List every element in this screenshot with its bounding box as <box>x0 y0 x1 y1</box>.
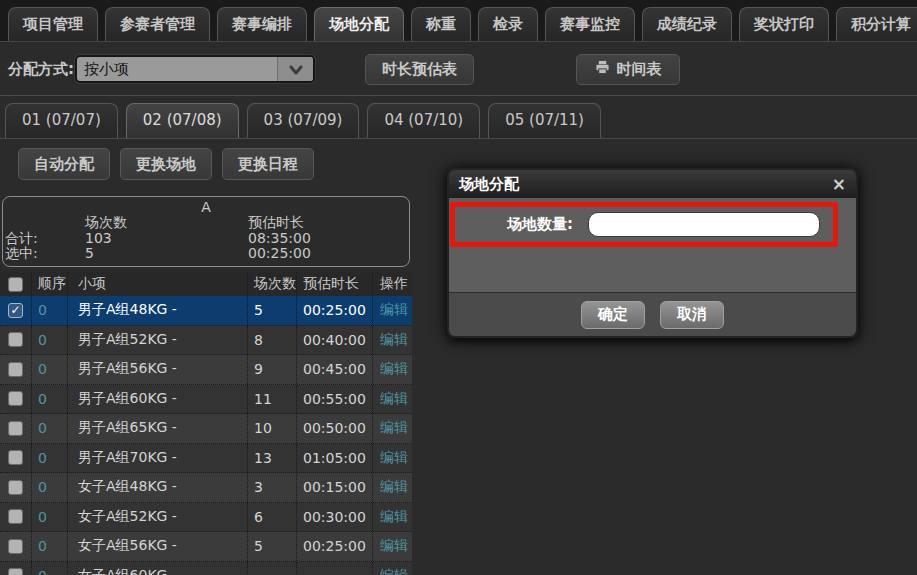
printer-icon <box>595 60 610 79</box>
summary-total-label: 合计: <box>3 231 49 247</box>
date-tab[interactable]: 02 (07/08) <box>126 103 239 138</box>
table-row[interactable]: ✓ 0 男子A组48KG - 5 00:25:00 编辑 <box>0 296 412 326</box>
venue-count-input[interactable] <box>588 212 820 237</box>
app-tab[interactable]: 检录 <box>478 7 538 41</box>
summary-grid: 场次数 预估时长 合计: 103 08:35:00 选中: 5 00:25:00 <box>3 215 409 262</box>
edit-link[interactable]: 编辑 <box>373 473 412 502</box>
edit-link[interactable]: 编辑 <box>373 562 412 575</box>
row-item-name: 男子A组70KG - <box>68 444 248 473</box>
app-tab[interactable]: 成绩纪录 <box>642 7 732 41</box>
timetable-label: 时间表 <box>617 60 662 79</box>
table-header-row: 顺序 小项 场次数 预估时长 操作 <box>0 272 412 296</box>
app-tab[interactable]: 奖状打印 <box>739 7 829 41</box>
app-tab[interactable]: 积分计算 <box>836 7 917 41</box>
app-tab[interactable]: 场地分配 <box>314 7 404 41</box>
table-row[interactable]: 0 男子A组65KG - 10 00:50:00 编辑 <box>0 414 412 444</box>
row-item-name: 男子A组48KG - <box>68 296 248 325</box>
edit-link[interactable]: 编辑 <box>373 296 412 325</box>
summary-col-matches: 场次数 <box>49 215 214 231</box>
duration-estimate-button[interactable]: 时长预估表 <box>365 54 474 85</box>
row-matches: 6 <box>248 503 297 532</box>
row-checkbox[interactable] <box>8 421 23 436</box>
edit-link[interactable]: 编辑 <box>373 385 412 414</box>
ok-button[interactable]: 确定 <box>581 301 645 329</box>
select-all-checkbox[interactable] <box>8 277 23 292</box>
header-matches: 场次数 <box>248 272 297 296</box>
cancel-button[interactable]: 取消 <box>660 301 724 329</box>
venue-name: A <box>3 199 409 215</box>
app-tab[interactable]: 称重 <box>411 7 471 41</box>
app-tab[interactable]: 赛事监控 <box>545 7 635 41</box>
row-order: 0 <box>32 444 68 473</box>
row-item-name: 男子A组56KG - <box>68 355 248 384</box>
table-row[interactable]: 0 男子A组60KG - 11 00:55:00 编辑 <box>0 385 412 415</box>
assign-mode-select[interactable]: 按小项 <box>75 55 315 83</box>
table-row[interactable]: 0 女子A组56KG - 5 00:25:00 编辑 <box>0 532 412 562</box>
edit-link[interactable]: 编辑 <box>373 414 412 443</box>
date-tab[interactable]: 01 (07/07) <box>5 103 118 138</box>
summary-selected-matches: 5 <box>49 246 214 262</box>
row-checkbox[interactable] <box>8 568 23 575</box>
app-tab[interactable]: 参赛者管理 <box>105 7 210 41</box>
table-row[interactable]: 0 女子A组60KG - 编辑 <box>0 562 412 575</box>
row-duration <box>297 562 373 575</box>
row-checkbox[interactable] <box>8 362 23 377</box>
app-window: 项目管理参赛者管理赛事编排场地分配称重检录赛事监控成绩纪录奖状打印积分计算成绩册… <box>0 0 917 575</box>
table-row[interactable]: 0 男子A组52KG - 8 00:40:00 编辑 <box>0 326 412 356</box>
row-item-name: 男子A组60KG - <box>68 385 248 414</box>
row-duration: 00:30:00 <box>297 503 373 532</box>
row-matches: 5 <box>248 532 297 561</box>
annotation-highlight-box: 场地数量: <box>450 202 838 247</box>
summary-selected-label: 选中: <box>3 246 49 262</box>
row-matches: 10 <box>248 414 297 443</box>
summary-total-matches: 103 <box>49 231 214 247</box>
header-order: 顺序 <box>32 272 68 296</box>
dropdown-button[interactable] <box>277 57 313 81</box>
row-item-name: 女子A组56KG - <box>68 532 248 561</box>
date-tab[interactable]: 03 (07/09) <box>247 103 360 138</box>
row-item-name: 女子A组52KG - <box>68 503 248 532</box>
row-item-name: 男子A组52KG - <box>68 326 248 355</box>
summary-total-duration: 08:35:00 <box>214 231 409 247</box>
edit-link[interactable]: 编辑 <box>373 503 412 532</box>
row-checkbox[interactable] <box>8 480 23 495</box>
row-matches: 5 <box>248 296 297 325</box>
table-row[interactable]: 0 女子A组52KG - 6 00:30:00 编辑 <box>0 503 412 533</box>
app-tab[interactable]: 赛事编排 <box>217 7 307 41</box>
row-duration: 00:55:00 <box>297 385 373 414</box>
change-venue-button[interactable]: 更换场地 <box>120 148 212 180</box>
dialog-title-bar[interactable]: 场地分配 × <box>449 170 856 198</box>
header-action: 操作 <box>373 272 412 296</box>
edit-link[interactable]: 编辑 <box>373 532 412 561</box>
row-order: 0 <box>32 355 68 384</box>
row-checkbox[interactable]: ✓ <box>8 303 23 318</box>
row-matches: 9 <box>248 355 297 384</box>
row-checkbox[interactable] <box>8 509 23 524</box>
edit-link[interactable]: 编辑 <box>373 355 412 384</box>
row-matches: 11 <box>248 385 297 414</box>
change-schedule-button[interactable]: 更换日程 <box>222 148 314 180</box>
row-duration: 00:15:00 <box>297 473 373 502</box>
row-checkbox[interactable] <box>8 450 23 465</box>
date-tab-bar: 01 (07/07)02 (07/08)03 (07/09)04 (07/10)… <box>0 96 917 139</box>
app-tab[interactable]: 项目管理 <box>8 7 98 41</box>
edit-link[interactable]: 编辑 <box>373 444 412 473</box>
table-row[interactable]: 0 女子A组48KG - 3 00:15:00 编辑 <box>0 473 412 503</box>
date-tab[interactable]: 05 (07/11) <box>488 103 601 138</box>
date-tab[interactable]: 04 (07/10) <box>367 103 480 138</box>
auto-assign-button[interactable]: 自动分配 <box>18 148 110 180</box>
row-item-name: 女子A组60KG - <box>68 562 248 575</box>
row-checkbox[interactable] <box>8 332 23 347</box>
table-row[interactable]: 0 男子A组56KG - 9 00:45:00 编辑 <box>0 355 412 385</box>
row-duration: 00:25:00 <box>297 296 373 325</box>
close-icon[interactable]: × <box>832 176 846 193</box>
venue-count-label: 场地数量: <box>507 215 573 234</box>
row-checkbox[interactable] <box>8 391 23 406</box>
row-order: 0 <box>32 296 68 325</box>
dialog-footer: 确定 取消 <box>449 292 856 336</box>
timetable-button[interactable]: 时间表 <box>576 54 680 85</box>
header-item: 小项 <box>68 272 248 296</box>
table-row[interactable]: 0 男子A组70KG - 13 01:05:00 编辑 <box>0 444 412 474</box>
row-checkbox[interactable] <box>8 539 23 554</box>
edit-link[interactable]: 编辑 <box>373 326 412 355</box>
